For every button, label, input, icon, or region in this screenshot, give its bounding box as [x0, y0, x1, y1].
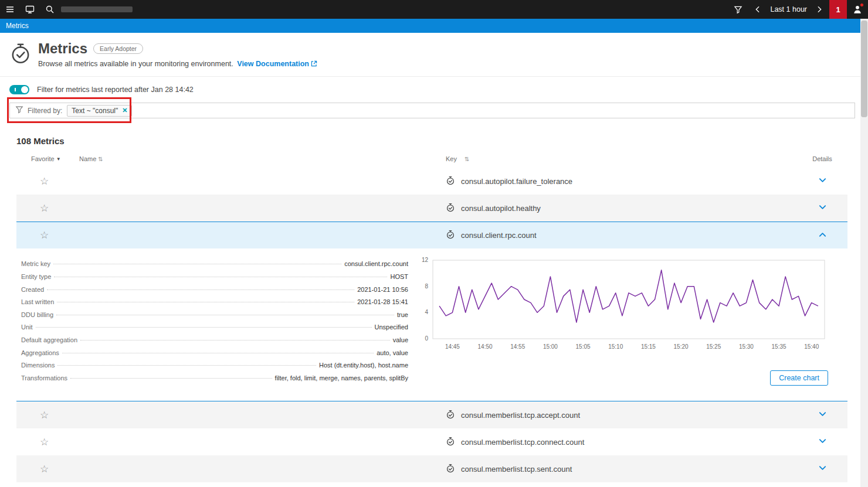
filter-chip-consul[interactable]: Text ~ "consul" ✕: [67, 105, 132, 117]
svg-text:8: 8: [425, 283, 428, 290]
metric-key: consul.memberlist.tcp.accept.count: [461, 411, 580, 420]
table-row[interactable]: ☆ consul.autopilot.failure_tolerance: [16, 168, 847, 195]
menu-button[interactable]: [0, 0, 20, 19]
sort-direction-icon: ▼: [56, 156, 61, 162]
metric-stopwatch-icon: [446, 464, 455, 475]
svg-text:14:55: 14:55: [510, 343, 525, 350]
metric-metadata-list: Metric keyconsul.client.rpc.count Entity…: [21, 260, 408, 387]
favorite-star-icon[interactable]: ☆: [40, 203, 49, 213]
meta-value: HOST: [390, 273, 408, 280]
filter-chip-text: Text ~ "consul": [72, 107, 118, 115]
toggle-on-mark: [15, 88, 16, 91]
chevron-down-icon[interactable]: [818, 437, 827, 447]
metric-chart: 0481214:4514:5014:5515:0015:0515:1015:15…: [418, 257, 828, 355]
table-row[interactable]: ☆ consul.memberlist.tcp.accept.count: [16, 401, 847, 428]
early-adopter-badge: Early Adopter: [93, 43, 143, 54]
table-row[interactable]: ☆ consul.memberlist.tcp.sent.count: [16, 455, 847, 482]
funnel-icon: [734, 5, 742, 14]
meta-label: Dimensions: [21, 362, 55, 369]
sort-arrows-icon: ⇅: [464, 156, 469, 162]
dashboards-button[interactable]: [20, 0, 40, 19]
search-button[interactable]: [40, 0, 60, 19]
svg-text:4: 4: [425, 309, 428, 316]
search-icon: [45, 5, 55, 14]
svg-text:15:15: 15:15: [641, 343, 656, 350]
key-header-label: Key: [446, 155, 457, 162]
hamburger-icon: [5, 5, 15, 14]
metric-key: consul.client.rpc.count: [461, 231, 537, 240]
svg-text:15:20: 15:20: [674, 343, 689, 350]
metric-stopwatch-icon: [446, 203, 455, 214]
sort-arrows-icon: ⇅: [98, 156, 103, 162]
user-menu-button[interactable]: [847, 0, 868, 19]
problems-badge[interactable]: 1: [829, 0, 847, 19]
metric-chart-area: 0481214:4514:5014:5515:0015:0515:1015:15…: [408, 257, 847, 387]
metric-stopwatch-icon: [446, 437, 455, 448]
global-filter-button[interactable]: [728, 0, 748, 19]
column-header-details: Details: [797, 155, 847, 162]
chevron-down-icon[interactable]: [818, 464, 827, 474]
details-header-label: Details: [812, 155, 832, 162]
metric-stopwatch-icon: [446, 176, 455, 187]
meta-label: Default aggregation: [21, 336, 77, 343]
monitor-icon: [25, 5, 35, 14]
meta-label: Created: [21, 286, 44, 293]
page-title: Metrics: [38, 41, 87, 56]
subtitle-text: Browse all metrics available in your mon…: [38, 60, 233, 68]
meta-value: filter, fold, limit, merge, names, paren…: [275, 374, 408, 382]
meta-label: DDU billing: [21, 311, 53, 318]
filter-chip-remove-icon[interactable]: ✕: [122, 107, 127, 114]
favorite-header-label: Favorite: [31, 155, 55, 162]
scrollbar-thumb[interactable]: [861, 21, 867, 117]
meta-value: auto, value: [377, 349, 408, 356]
meta-label: Aggregations: [21, 349, 59, 356]
time-range-back-button[interactable]: [748, 0, 768, 19]
external-link-icon: [311, 60, 317, 69]
vertical-scrollbar[interactable]: [860, 19, 868, 487]
table-row-partial[interactable]: ☆: [16, 482, 847, 487]
chevron-down-icon[interactable]: [818, 176, 827, 186]
view-documentation-link[interactable]: View Documentation: [237, 60, 309, 68]
svg-text:15:10: 15:10: [608, 343, 623, 350]
table-row[interactable]: ☆ consul.memberlist.tcp.connect.count: [16, 428, 847, 455]
time-range-forward-button[interactable]: [809, 0, 829, 19]
notification-dot: [860, 3, 864, 7]
column-header-name[interactable]: Name ⇅: [72, 155, 440, 162]
breadcrumb-metrics[interactable]: Metrics: [6, 22, 29, 30]
metric-key: consul.memberlist.tcp.sent.count: [461, 465, 572, 474]
favorite-star-icon[interactable]: ☆: [40, 410, 49, 420]
meta-label: Metric key: [21, 260, 50, 267]
chevron-down-icon[interactable]: [818, 203, 827, 213]
top-navigation-bar: Last 1 hour 1: [0, 0, 868, 19]
chevron-up-icon[interactable]: [818, 230, 827, 241]
svg-text:15:40: 15:40: [804, 343, 819, 350]
table-row[interactable]: ☆ consul.autopilot.healthy: [16, 195, 847, 222]
favorite-star-icon[interactable]: ☆: [40, 176, 49, 186]
create-chart-button[interactable]: Create chart: [770, 370, 828, 386]
filtered-by-label: Filtered by:: [28, 107, 62, 115]
favorite-star-icon[interactable]: ☆: [40, 230, 49, 240]
table-row-expanded[interactable]: ☆ consul.client.rpc.count: [16, 222, 847, 248]
table-header: Favorite ▼ Name ⇅ Key ⇅ Details: [16, 155, 847, 168]
metrics-stopwatch-icon: [9, 42, 32, 69]
svg-text:14:50: 14:50: [478, 343, 493, 350]
filter-funnel-icon: [15, 105, 23, 116]
meta-value: 2021-01-28 15:41: [357, 298, 408, 305]
meta-value: value: [393, 336, 408, 343]
time-range-label[interactable]: Last 1 hour: [768, 5, 809, 13]
controls-section: Filter for metrics last reported after J…: [0, 77, 868, 118]
svg-text:14:45: 14:45: [445, 343, 460, 350]
column-header-key[interactable]: Key ⇅: [440, 155, 797, 162]
metric-stopwatch-icon: [446, 230, 455, 241]
svg-text:15:05: 15:05: [576, 343, 591, 350]
favorite-star-icon[interactable]: ☆: [40, 464, 49, 474]
column-header-favorite[interactable]: Favorite ▼: [16, 155, 72, 162]
last-reported-filter-toggle[interactable]: [9, 85, 29, 94]
search-query-redacted[interactable]: [61, 6, 133, 12]
filter-bar[interactable]: Filtered by: Text ~ "consul" ✕: [9, 103, 855, 118]
last-reported-filter-label: Filter for metrics last reported after J…: [37, 86, 194, 94]
chevron-down-icon[interactable]: [818, 410, 827, 420]
favorite-star-icon[interactable]: ☆: [40, 437, 49, 447]
metric-key: consul.autopilot.failure_tolerance: [461, 177, 572, 186]
metric-key: consul.autopilot.healthy: [461, 204, 541, 213]
